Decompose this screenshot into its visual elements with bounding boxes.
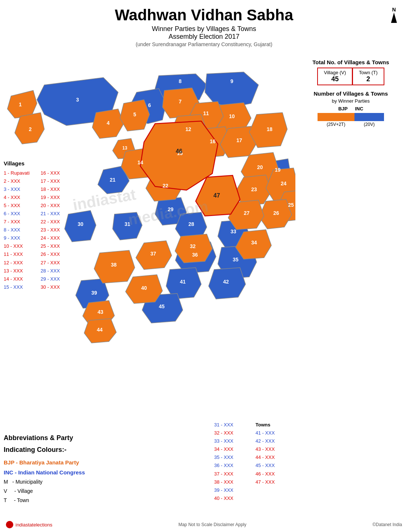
svg-text:43: 43 bbox=[97, 309, 103, 315]
bottom-numbers: 31 - XXX 32 - XXX 33 - XXX 34 - XXX 35 -… bbox=[214, 421, 275, 502]
svg-text:28: 28 bbox=[188, 221, 194, 227]
svg-text:32: 32 bbox=[190, 243, 196, 249]
village-5: 5 - XXX bbox=[4, 202, 30, 210]
svg-text:23: 23 bbox=[251, 186, 257, 192]
v-37: 37 - XXX bbox=[214, 470, 233, 478]
village-4: 4 - XXX bbox=[4, 193, 30, 202]
legend-winner-title: Number of Villages & Towns bbox=[305, 90, 397, 97]
v-42: 42 - XXX bbox=[256, 437, 275, 445]
village-1: 1 - Rupavati bbox=[4, 169, 30, 177]
svg-text:6: 6 bbox=[148, 102, 151, 108]
svg-text:20: 20 bbox=[257, 164, 263, 170]
svg-text:24: 24 bbox=[281, 181, 287, 186]
svg-text:7: 7 bbox=[179, 99, 182, 104]
inc-bar-label: (20V) bbox=[354, 122, 384, 127]
logo-text: indiastatelections bbox=[16, 522, 52, 528]
legend-town-count: 2 bbox=[359, 75, 378, 83]
bottom-col2: Towns 41 - XXX 42 - XXX 43 - XXX 44 - XX… bbox=[256, 421, 275, 502]
v-47: 47 - XXX bbox=[256, 478, 275, 486]
subtitle2: Assembly Election 2017 bbox=[0, 33, 408, 41]
village-6: 6 - XXX bbox=[4, 210, 30, 218]
village-27: 27 - XXX bbox=[41, 259, 60, 267]
bjp-party-label: BJP bbox=[338, 106, 347, 111]
svg-text:19: 19 bbox=[275, 167, 281, 173]
legend-vt-table: Village (V) 45 Town (T) 2 bbox=[305, 68, 397, 85]
svg-text:3: 3 bbox=[76, 97, 79, 103]
towns-label: Towns bbox=[256, 421, 275, 429]
svg-text:31: 31 bbox=[124, 221, 130, 227]
villages-title: Villages bbox=[4, 159, 60, 168]
svg-text:33: 33 bbox=[230, 229, 236, 234]
village-9: 9 - XXX bbox=[4, 234, 30, 242]
legend-area: Total No. of Villages & Towns Village (V… bbox=[305, 59, 397, 127]
village-7: 7 - XXX bbox=[4, 218, 30, 226]
subtitle3: (under Surendranagar Parliamentary Const… bbox=[0, 41, 408, 47]
footer-right: ©Datanet India bbox=[373, 522, 402, 527]
svg-text:16: 16 bbox=[210, 138, 216, 144]
village-30: 30 - XXX bbox=[41, 283, 60, 291]
village-23: 23 - XXX bbox=[41, 226, 60, 234]
bottom-col1: 31 - XXX 32 - XXX 33 - XXX 34 - XXX 35 -… bbox=[214, 421, 233, 502]
village-18: 18 - XXX bbox=[41, 185, 60, 193]
subtitle1: Winner Parties by Villages & Towns bbox=[0, 25, 408, 33]
bjp-bar bbox=[318, 113, 354, 121]
village-col1: 1 - Rupavati 2 - XXX 3 - XXX 4 - XXX 5 -… bbox=[4, 169, 30, 291]
bjp-bar-label: (25V+2T) bbox=[318, 122, 354, 127]
svg-text:34: 34 bbox=[251, 240, 257, 246]
svg-text:14: 14 bbox=[137, 159, 143, 165]
legend-town-cell: Town (T) 2 bbox=[352, 68, 384, 85]
svg-text:40: 40 bbox=[141, 285, 147, 291]
bjp-line: BJP - Bharatiya Janata Party bbox=[4, 457, 85, 467]
svg-text:41: 41 bbox=[180, 279, 186, 285]
svg-text:12: 12 bbox=[185, 126, 191, 132]
abbrev-title: Abbreviations & Party Indicating Colours… bbox=[4, 432, 85, 456]
village-col2: 16 - XXX 17 - XXX 18 - XXX 19 - XXX 20 -… bbox=[41, 169, 60, 291]
page-title: Wadhwan Vidhan Sabha bbox=[0, 7, 408, 24]
svg-text:36: 36 bbox=[192, 252, 198, 258]
footer-bar: indiastatelections Map Not to Scale Disc… bbox=[0, 521, 408, 528]
v-33: 33 - XXX bbox=[214, 437, 233, 445]
v-32: 32 - XXX bbox=[214, 429, 233, 437]
v-40: 40 - XXX bbox=[214, 494, 233, 502]
abbreviations-section: Abbreviations & Party Indicating Colours… bbox=[4, 432, 85, 505]
village-3: 3 - XXX bbox=[4, 185, 30, 193]
svg-text:4: 4 bbox=[107, 120, 110, 126]
legend-bar-labels: (25V+2T) (20V) bbox=[305, 122, 397, 127]
svg-text:1: 1 bbox=[19, 102, 22, 107]
village-24: 24 - XXX bbox=[41, 234, 60, 242]
svg-text:17: 17 bbox=[236, 137, 242, 143]
v-39: 39 - XXX bbox=[214, 486, 233, 494]
village-list: Villages 1 - Rupavati 2 - XXX 3 - XXX 4 … bbox=[4, 159, 60, 291]
inc-bar bbox=[354, 113, 384, 121]
svg-text:29: 29 bbox=[168, 206, 174, 212]
footer-logo: indiastatelections bbox=[6, 521, 52, 528]
inc-line: INC - Indian National Congress bbox=[4, 467, 85, 477]
svg-text:30: 30 bbox=[78, 221, 83, 227]
svg-text:42: 42 bbox=[223, 279, 229, 285]
village-25: 25 - XXX bbox=[41, 242, 60, 250]
t-line: T - Town bbox=[4, 496, 85, 505]
svg-text:25: 25 bbox=[288, 202, 294, 208]
svg-text:46: 46 bbox=[176, 148, 182, 154]
m-line: M - Municipality bbox=[4, 477, 85, 487]
north-label: N bbox=[391, 7, 397, 13]
page-header: Wadhwan Vidhan Sabha Winner Parties by V… bbox=[0, 0, 408, 50]
svg-text:37: 37 bbox=[150, 251, 156, 257]
footer-center: Map Not to Scale Disclaimer Apply bbox=[178, 522, 246, 527]
legend-town-label: Town (T) bbox=[359, 70, 378, 75]
village-8: 8 - XXX bbox=[4, 226, 30, 234]
village-26: 26 - XXX bbox=[41, 250, 60, 258]
svg-text:9: 9 bbox=[230, 78, 233, 84]
v-35: 35 - XXX bbox=[214, 453, 233, 461]
svg-text:35: 35 bbox=[233, 257, 239, 262]
v-34: 34 - XXX bbox=[214, 445, 233, 453]
village-14: 14 - XXX bbox=[4, 275, 30, 283]
village-13: 13 - XXX bbox=[4, 267, 30, 275]
legend-village-count: 45 bbox=[324, 75, 346, 83]
village-10: 10 - XXX bbox=[4, 242, 30, 250]
svg-text:39: 39 bbox=[91, 290, 97, 296]
svg-text:5: 5 bbox=[133, 111, 136, 117]
svg-text:2: 2 bbox=[29, 126, 32, 132]
v-43: 43 - XXX bbox=[256, 445, 275, 453]
svg-text:44: 44 bbox=[97, 327, 103, 333]
